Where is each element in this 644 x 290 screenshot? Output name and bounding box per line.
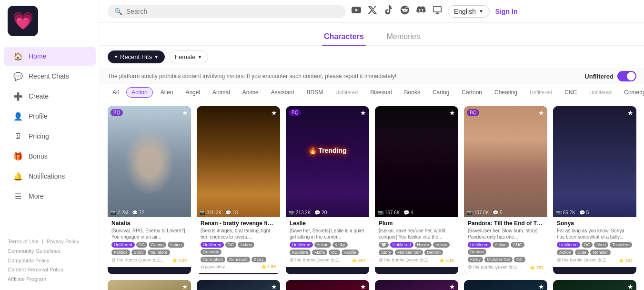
card-natalia[interactable]: ★ BQ 📷 2.2M 💬 72 Natalia [Survival, RPG,… <box>108 106 191 274</box>
discord-icon[interactable] <box>416 5 426 17</box>
tag-alien[interactable]: Alien <box>156 88 178 97</box>
logo-area[interactable]: 💗 <box>0 0 100 42</box>
tag-politics[interactable]: Politics <box>111 250 130 255</box>
card-row2-4[interactable]: ★ <box>375 280 458 290</box>
tag-comedy[interactable]: Comedy <box>201 249 221 255</box>
card-row2-5[interactable]: ★ <box>464 280 547 290</box>
tag-demon[interactable]: Demon <box>424 250 443 255</box>
favorite-star[interactable]: ★ <box>538 109 544 117</box>
privacy-link[interactable]: Privacy Policy <box>47 239 79 244</box>
card-row2-1[interactable]: ★ <box>108 280 191 290</box>
sidebar-item-create[interactable]: ➕ Create <box>4 87 96 106</box>
filter-recent-hits[interactable]: ✦ Recent Hits ▼ <box>108 50 165 63</box>
tag-alien[interactable]: Alien <box>594 242 608 248</box>
card-row2-3[interactable]: ★ <box>286 280 369 290</box>
favorite-star[interactable]: ★ <box>182 109 188 117</box>
sidebar-item-notifications[interactable]: 🔔 Notifications <box>4 167 96 186</box>
sidebar-item-more[interactable]: ☰ More <box>4 187 96 206</box>
favorite-star[interactable]: ★ <box>627 283 634 290</box>
favorite-star[interactable]: ★ <box>538 283 544 290</box>
tag-assistant[interactable]: Assistant <box>266 88 299 97</box>
tag-vanilla[interactable]: Vanilla <box>342 250 359 255</box>
tag-angel[interactable]: Angel <box>181 88 205 97</box>
tag-dominant[interactable]: Dominant <box>227 257 250 262</box>
tag-monster-girl[interactable]: Monster Girl <box>484 257 513 262</box>
tag-story[interactable]: Story <box>131 250 146 255</box>
tag-bisexual[interactable]: Bisexual <box>365 88 396 97</box>
tag-cnc[interactable]: CNC <box>511 242 525 248</box>
tag-mafia[interactable]: Mafia <box>312 250 327 255</box>
tag-unfiltered[interactable]: Unfiltered <box>468 242 491 248</box>
card-row2-2[interactable]: ★ <box>197 280 280 290</box>
tag-cartoon[interactable]: Cartoon <box>457 88 487 97</box>
tag-books[interactable]: Books <box>400 88 425 97</box>
complaints-link[interactable]: Complaints Policy <box>8 258 49 263</box>
tag-action[interactable]: Action <box>126 87 152 98</box>
monitor-icon[interactable] <box>433 5 442 17</box>
card-renan[interactable]: ★ 📷 340.2K 💬 18 Renan - bratty revenge f… <box>197 106 280 274</box>
toggle-switch[interactable] <box>617 71 636 81</box>
search-input[interactable] <box>126 8 339 15</box>
tag-action[interactable]: Action <box>433 242 450 248</box>
favorite-star[interactable]: ★ <box>360 109 366 117</box>
tag-anime[interactable]: Anime <box>238 88 263 97</box>
card-pandora[interactable]: ★ BQ 📷 107.0K 💬 5 Pandora: Till the End … <box>464 106 547 274</box>
tag-story[interactable]: Story <box>379 250 393 255</box>
tag-cute[interactable]: Cute <box>575 250 589 255</box>
tag-action[interactable]: Action <box>314 242 331 248</box>
sidebar-item-home[interactable]: 🏠 Home <box>4 47 96 66</box>
tag-unfiltered[interactable]: Unfiltered <box>201 242 224 248</box>
tag-bdsm[interactable]: BDSM <box>302 88 328 97</box>
tag-action[interactable]: Action <box>493 242 509 248</box>
tab-memories[interactable]: Memories <box>385 29 422 46</box>
reddit-icon[interactable] <box>400 5 410 17</box>
tag-heart[interactable]: 🤍 <box>379 242 389 248</box>
community-link[interactable]: Community Guidelines <box>8 248 60 254</box>
twitter-icon[interactable] <box>368 5 377 17</box>
sidebar-item-profile[interactable]: 👤 Profile <box>4 107 96 126</box>
tag-oc[interactable]: OC <box>225 242 237 248</box>
tag-comedy[interactable]: Comedy <box>619 88 644 97</box>
favorite-star[interactable]: ★ <box>271 109 277 117</box>
affiliate-link[interactable]: Affiliate Program <box>8 276 46 282</box>
language-selector[interactable]: English ▼ <box>448 5 490 18</box>
tab-characters[interactable]: Characters <box>322 29 366 46</box>
sidebar-item-pricing[interactable]: 🗓 Pricing <box>4 127 96 146</box>
filter-female[interactable]: Female ▼ <box>169 50 208 63</box>
card-plum[interactable]: ★ 📷 167.6K 💬 4 Plum [Iseikai, save her/u… <box>375 106 458 274</box>
removal-link[interactable]: Content Removal Policy <box>8 267 63 272</box>
tag-oc[interactable]: OC <box>329 250 340 255</box>
terms-link[interactable]: Terms of Use <box>8 239 39 244</box>
favorite-star[interactable]: ★ <box>271 283 277 290</box>
tag-oc[interactable]: OC <box>136 242 148 248</box>
tiktok-icon[interactable] <box>384 5 393 17</box>
card-sonya[interactable]: ★ 📷 85.7K 💬 5 Sonya For as long as you k… <box>553 106 636 274</box>
tag-monster-girl[interactable]: Monster Girl <box>395 250 423 255</box>
favorite-star[interactable]: ★ <box>182 283 188 290</box>
sidebar-item-bonus[interactable]: 🎁 Bonus <box>4 147 96 166</box>
tag-unfiltered[interactable]: Unfiltered <box>290 242 313 248</box>
tag-caring[interactable]: Caring <box>149 242 166 248</box>
tag-kinky[interactable]: Kinky <box>468 257 483 262</box>
favorite-star[interactable]: ★ <box>449 109 455 117</box>
tag-demon[interactable]: Demon <box>468 249 486 255</box>
tag-monster[interactable]: Monster <box>590 250 611 255</box>
tag-unfiltered[interactable]: Unfiltered <box>111 242 135 248</box>
tag-oc[interactable]: OC <box>582 242 593 248</box>
tag-horror[interactable]: Horror <box>415 242 432 248</box>
tag-all[interactable]: All <box>108 88 123 97</box>
tag-action[interactable]: Action <box>557 250 574 255</box>
tag-action[interactable]: Action <box>168 242 184 248</box>
tag-oc[interactable]: OC <box>514 257 525 262</box>
card-leslie[interactable]: ★ BQ 🔥 Trending 📷 213.2K 💬 20 Leslie [Sa… <box>286 106 369 274</box>
sidebar-item-recent-chats[interactable]: 💬 Recent Chats <box>4 67 96 86</box>
tag-story[interactable]: Story <box>252 257 266 262</box>
tag-tsundere[interactable]: Tsundere <box>610 242 632 248</box>
tag-kuudere[interactable]: Kuudere <box>290 250 311 255</box>
tag-kinky[interactable]: Kinky <box>332 242 348 248</box>
youtube-icon[interactable] <box>352 5 361 17</box>
tag-cnc[interactable]: CNC <box>560 88 582 97</box>
tag-caring[interactable]: Caring <box>428 88 454 97</box>
tag-action[interactable]: Action <box>238 242 254 248</box>
tag-cheating[interactable]: Cheating <box>490 88 522 97</box>
